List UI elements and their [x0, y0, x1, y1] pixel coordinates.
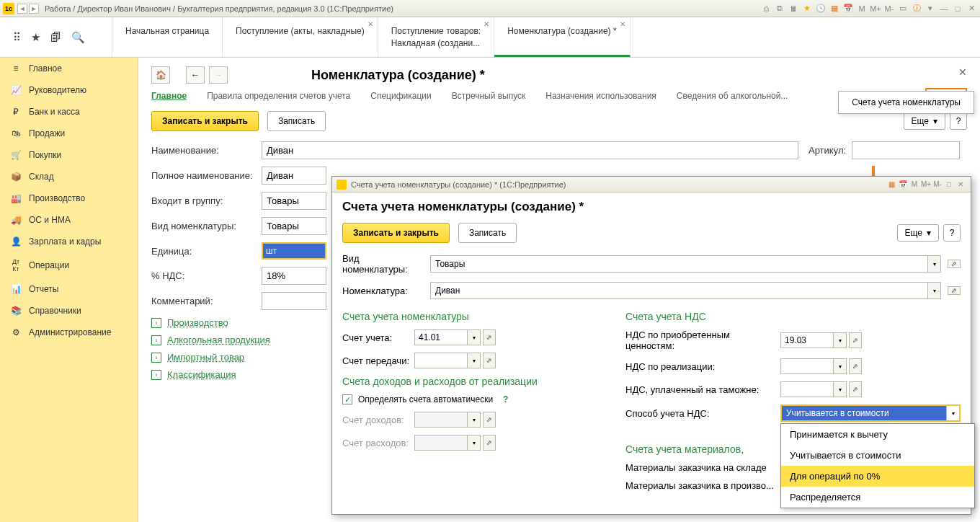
nds-customs-field[interactable]	[780, 381, 834, 397]
info-icon[interactable]: ⓘ	[911, 3, 922, 14]
close-icon[interactable]: ✕	[484, 20, 489, 28]
link-classification[interactable]: Классификация	[167, 369, 236, 380]
comment-field[interactable]	[262, 292, 326, 310]
acct-field[interactable]	[414, 329, 468, 345]
print-icon[interactable]: ⎙	[760, 3, 772, 14]
expense-field[interactable]	[414, 435, 468, 451]
sidebar-item-salary[interactable]: 👤Зарплата и кадры	[0, 231, 138, 252]
sidebar-item-refs[interactable]: 📚Справочники	[0, 300, 138, 322]
sidebar-item-manager[interactable]: 📈Руководителю	[0, 79, 138, 101]
link-alcohol[interactable]: Алкогольная продукция	[167, 335, 270, 345]
subnav-counter[interactable]: Встречный выпуск	[452, 91, 526, 101]
tab-nomenclature[interactable]: Номенклатура (создание) *✕	[494, 17, 630, 57]
subnav-alcohol[interactable]: Сведения об алкогольной...	[677, 91, 788, 101]
calc-icon[interactable]: 🖩	[788, 3, 799, 14]
subnav-main[interactable]: Главное	[151, 91, 187, 101]
popup-type-field[interactable]	[430, 255, 928, 273]
help-button[interactable]: ?	[950, 112, 967, 130]
close-icon[interactable]: ✕	[368, 20, 373, 28]
sidebar-item-operations[interactable]: ДтКтОперации	[0, 252, 138, 278]
dropdown-option[interactable]: Принимается к вычету	[781, 424, 974, 445]
nav-back-button[interactable]: ◄	[17, 4, 27, 14]
help-icon[interactable]: ?	[503, 394, 508, 404]
type-field[interactable]	[262, 217, 326, 235]
copy-icon[interactable]: ⧉	[774, 3, 785, 14]
sidebar-item-admin[interactable]: ⚙Администрирование	[0, 322, 138, 343]
group-field[interactable]	[262, 192, 326, 210]
sidebar-item-stock[interactable]: 📦Склад	[0, 166, 138, 187]
close-icon[interactable]: ✕	[620, 20, 625, 28]
maximize-icon[interactable]: □	[943, 179, 955, 190]
transfer-field[interactable]	[414, 353, 468, 368]
open-button[interactable]: ⬀	[849, 381, 862, 397]
expand-icon[interactable]: ›	[151, 335, 161, 345]
dropdown-button[interactable]: ▾	[468, 435, 481, 451]
save-close-button[interactable]: Записать и закрыть	[151, 111, 259, 131]
sidebar-item-purchase[interactable]: 🛒Покупки	[0, 144, 138, 166]
nds-buy-field[interactable]	[780, 332, 834, 348]
close-popup-icon[interactable]: ✕	[955, 179, 966, 190]
sidebar-item-os[interactable]: 🚚ОС и НМА	[0, 209, 138, 231]
save-button[interactable]: Записать	[267, 111, 326, 131]
star-icon[interactable]: ★	[31, 31, 40, 44]
open-button[interactable]: ⬀	[483, 435, 496, 451]
open-button[interactable]: ⬀	[483, 412, 496, 428]
close-window-icon[interactable]: ✕	[966, 3, 977, 14]
dropdown-button[interactable]: ▾	[946, 406, 959, 420]
subnav-specs[interactable]: Спецификации	[370, 91, 431, 101]
unit-field[interactable]	[262, 242, 326, 260]
link-import[interactable]: Импортный товар	[167, 352, 244, 363]
mplus-icon[interactable]: M+	[920, 179, 932, 190]
calendar-icon[interactable]: 📅	[897, 179, 909, 190]
nds-way-field[interactable]: Учитывается в стоимости ▾	[780, 404, 961, 422]
open-button[interactable]: ⬀	[849, 358, 862, 374]
menu-down-icon[interactable]: ▾	[925, 3, 936, 14]
popup-help-button[interactable]: ?	[943, 224, 961, 242]
open-button[interactable]: ⬀	[483, 329, 496, 345]
close-page-icon[interactable]: ✕	[958, 66, 967, 78]
dropdown-button[interactable]: ▾	[468, 412, 481, 428]
dropdown-button[interactable]: ▾	[468, 329, 481, 345]
mminus-icon[interactable]: M-	[932, 179, 943, 190]
grid-icon[interactable]: ▦	[829, 3, 840, 14]
history-icon[interactable]: 🕓	[815, 3, 827, 14]
back-button[interactable]: ←	[186, 66, 205, 84]
sidebar-item-sales[interactable]: 🛍Продажи	[0, 123, 138, 144]
tab-receipt-goods[interactable]: Поступление товаров:Накладная (создани..…	[378, 17, 494, 57]
nds-sell-field[interactable]	[780, 358, 834, 374]
vat-field[interactable]	[262, 267, 326, 285]
home-button[interactable]: 🏠	[151, 66, 170, 84]
expand-icon[interactable]: ›	[151, 370, 161, 380]
open-button[interactable]: ⬀	[948, 286, 961, 295]
window-icon[interactable]: ▭	[897, 3, 909, 14]
open-button[interactable]: ⬀	[849, 332, 862, 348]
expand-icon[interactable]: ›	[151, 318, 161, 328]
sidebar-item-bank[interactable]: ₽Банк и касса	[0, 101, 138, 123]
subnav-usage[interactable]: Назначения использования	[545, 91, 656, 101]
popup-more-button[interactable]: Еще▾	[897, 224, 939, 242]
auto-checkbox[interactable]: ✓	[342, 394, 352, 404]
forward-button[interactable]: →	[209, 66, 228, 84]
subnav-rules[interactable]: Правила определения счетов учета	[207, 91, 350, 101]
dropdown-button[interactable]: ▾	[834, 381, 847, 397]
sidebar-item-production[interactable]: 🏭Производство	[0, 187, 138, 209]
minimize-icon[interactable]: —	[938, 3, 950, 14]
tab-home[interactable]: Начальная страница	[112, 17, 223, 57]
more-button[interactable]: Еще▾	[904, 112, 945, 130]
mminus-icon[interactable]: M-	[883, 3, 895, 14]
clipboard-icon[interactable]: 🗐	[50, 31, 61, 43]
apps-icon[interactable]: ⠿	[13, 31, 21, 44]
popup-nom-field[interactable]	[430, 282, 928, 299]
grid-icon[interactable]: ▦	[886, 179, 897, 190]
dropdown-option[interactable]: Учитывается в стоимости	[781, 445, 974, 466]
popup-save-close-button[interactable]: Записать и закрыть	[342, 223, 450, 243]
dropdown-button[interactable]: ▾	[834, 332, 847, 348]
dropdown-option[interactable]: Распределяется	[781, 487, 974, 508]
nav-fwd-button[interactable]: ►	[29, 4, 39, 14]
open-button[interactable]: ⬀	[483, 353, 496, 368]
dropdown-button[interactable]: ▾	[928, 282, 941, 299]
expand-icon[interactable]: ›	[151, 353, 161, 363]
dropdown-button[interactable]: ▾	[468, 353, 481, 368]
dropdown-button[interactable]: ▾	[928, 255, 941, 273]
m-icon[interactable]: M	[909, 179, 920, 190]
